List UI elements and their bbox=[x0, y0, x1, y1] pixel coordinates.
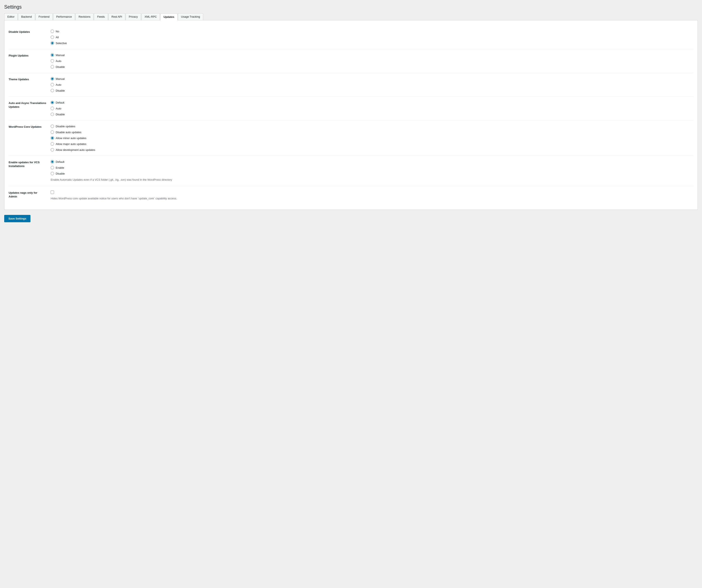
page-title: Settings bbox=[4, 4, 698, 10]
radio-input-disable-updates-all[interactable] bbox=[50, 35, 54, 39]
section-plugin-updates: Plugin UpdatesManualAutoDisable bbox=[9, 49, 693, 73]
radio-input-core-disable-auto-updates[interactable] bbox=[50, 130, 54, 134]
radio-label-plugin-updates-manual: Manual bbox=[56, 53, 65, 57]
radio-option-core-allow-dev[interactable]: Allow development auto updates bbox=[50, 148, 693, 151]
radio-option-vcs-default[interactable]: Default bbox=[50, 160, 693, 163]
tab-backend[interactable]: Backend bbox=[18, 13, 35, 20]
section-content-updates-nags: Hides WordPress core update available no… bbox=[50, 191, 693, 201]
tab-feeds[interactable]: Feeds bbox=[94, 13, 108, 20]
radio-option-plugin-updates-disable[interactable]: Disable bbox=[50, 65, 693, 69]
save-settings-button[interactable]: Save Settings bbox=[4, 215, 30, 222]
radio-label-translations-auto: Auto bbox=[56, 107, 62, 110]
section-content-translations-updates: DefaultAutoDisable bbox=[50, 101, 693, 116]
radio-label-vcs-default: Default bbox=[56, 160, 64, 163]
radio-label-theme-updates-manual: Manual bbox=[56, 77, 65, 81]
radio-input-theme-updates-auto[interactable] bbox=[50, 83, 54, 86]
radio-option-theme-updates-disable[interactable]: Disable bbox=[50, 89, 693, 92]
section-vcs-updates: Enable updates for VCS InstallationsDefa… bbox=[9, 156, 693, 186]
radio-label-core-allow-minor: Allow minor auto updates bbox=[56, 136, 86, 140]
radio-label-core-disable-updates: Disable updates bbox=[56, 125, 75, 128]
radio-input-vcs-disable[interactable] bbox=[50, 172, 54, 175]
tab-revisions[interactable]: Revisions bbox=[76, 13, 94, 20]
section-label-vcs-updates: Enable updates for VCS Installations bbox=[9, 160, 50, 182]
radio-input-translations-auto[interactable] bbox=[50, 107, 54, 110]
tab-performance[interactable]: Performance bbox=[53, 13, 75, 20]
radio-option-core-allow-minor[interactable]: Allow minor auto updates bbox=[50, 136, 693, 140]
radio-option-disable-updates-all[interactable]: All bbox=[50, 35, 693, 39]
checkbox-option-updates-nags[interactable] bbox=[50, 191, 693, 194]
section-label-theme-updates: Theme Updates bbox=[9, 77, 50, 92]
radio-label-vcs-enable: Enable bbox=[56, 166, 64, 169]
helper-text-vcs-updates: Enable Automatic Updates even if a VCS f… bbox=[50, 178, 693, 182]
section-content-vcs-updates: DefaultEnableDisableEnable Automatic Upd… bbox=[50, 160, 693, 182]
radio-input-disable-updates-selective[interactable] bbox=[50, 41, 54, 45]
radio-label-core-disable-auto-updates: Disable auto updates bbox=[56, 131, 81, 134]
section-label-translations-updates: Auto and Async Translations Updates bbox=[9, 101, 50, 116]
radio-label-theme-updates-disable: Disable bbox=[56, 89, 65, 92]
radio-input-plugin-updates-auto[interactable] bbox=[50, 59, 54, 63]
tabs-container: EditorBackendFrontendPerformanceRevision… bbox=[4, 13, 698, 20]
radio-label-disable-updates-selective: Selective bbox=[56, 41, 67, 45]
checkbox-input-updates-nags[interactable] bbox=[50, 191, 54, 194]
settings-panel: Disable UpdatesNoAllSelectivePlugin Upda… bbox=[4, 20, 698, 210]
radio-label-theme-updates-auto: Auto bbox=[56, 83, 62, 86]
radio-option-disable-updates-selective[interactable]: Selective bbox=[50, 41, 693, 45]
section-content-wp-core-updates: Disable updatesDisable auto updatesAllow… bbox=[50, 125, 693, 151]
radio-option-translations-default[interactable]: Default bbox=[50, 101, 693, 104]
tab-usage-tracking[interactable]: Usage Tracking bbox=[178, 13, 203, 20]
section-label-updates-nags: Updates nags only for Admin bbox=[9, 191, 50, 201]
radio-input-core-allow-major[interactable] bbox=[50, 142, 54, 146]
tab-privacy[interactable]: Privacy bbox=[126, 13, 141, 20]
helper-text-updates-nags: Hides WordPress core update available no… bbox=[50, 197, 693, 201]
radio-option-vcs-enable[interactable]: Enable bbox=[50, 166, 693, 169]
radio-option-theme-updates-manual[interactable]: Manual bbox=[50, 77, 693, 81]
radio-input-core-disable-updates[interactable] bbox=[50, 125, 54, 128]
radio-option-translations-disable[interactable]: Disable bbox=[50, 113, 693, 116]
section-updates-nags: Updates nags only for AdminHides WordPre… bbox=[9, 186, 693, 205]
radio-option-plugin-updates-auto[interactable]: Auto bbox=[50, 59, 693, 63]
radio-label-vcs-disable: Disable bbox=[56, 172, 65, 175]
radio-input-theme-updates-disable[interactable] bbox=[50, 89, 54, 92]
tab-rest-api[interactable]: Rest API bbox=[108, 13, 125, 20]
radio-option-vcs-disable[interactable]: Disable bbox=[50, 172, 693, 175]
section-label-plugin-updates: Plugin Updates bbox=[9, 53, 50, 69]
radio-label-plugin-updates-auto: Auto bbox=[56, 60, 62, 63]
radio-input-disable-updates-no[interactable] bbox=[50, 30, 54, 33]
radio-input-vcs-enable[interactable] bbox=[50, 166, 54, 169]
radio-input-plugin-updates-manual[interactable] bbox=[50, 53, 54, 57]
tab-frontend[interactable]: Frontend bbox=[35, 13, 53, 20]
section-translations-updates: Auto and Async Translations UpdatesDefau… bbox=[9, 97, 693, 120]
radio-option-plugin-updates-manual[interactable]: Manual bbox=[50, 53, 693, 57]
radio-label-disable-updates-no: No bbox=[56, 30, 59, 33]
section-label-disable-updates: Disable Updates bbox=[9, 30, 50, 45]
section-content-plugin-updates: ManualAutoDisable bbox=[50, 53, 693, 69]
section-wp-core-updates: WordPress Core UpdatesDisable updatesDis… bbox=[9, 120, 693, 156]
tab-xml-rpc[interactable]: XML-RPC bbox=[141, 13, 160, 20]
radio-input-translations-disable[interactable] bbox=[50, 113, 54, 116]
radio-input-translations-default[interactable] bbox=[50, 101, 54, 104]
section-label-wp-core-updates: WordPress Core Updates bbox=[9, 125, 50, 151]
radio-label-translations-disable: Disable bbox=[56, 113, 65, 116]
page-wrapper: Settings EditorBackendFrontendPerformanc… bbox=[0, 0, 702, 588]
radio-input-theme-updates-manual[interactable] bbox=[50, 77, 54, 81]
radio-label-core-allow-dev: Allow development auto updates bbox=[56, 148, 95, 151]
section-theme-updates: Theme UpdatesManualAutoDisable bbox=[9, 73, 693, 96]
radio-option-disable-updates-no[interactable]: No bbox=[50, 30, 693, 33]
radio-option-core-allow-major[interactable]: Allow major auto updates bbox=[50, 142, 693, 146]
radio-label-disable-updates-all: All bbox=[56, 36, 58, 39]
radio-label-translations-default: Default bbox=[56, 101, 64, 104]
radio-input-vcs-default[interactable] bbox=[50, 160, 54, 163]
radio-option-translations-auto[interactable]: Auto bbox=[50, 107, 693, 110]
section-content-disable-updates: NoAllSelective bbox=[50, 30, 693, 45]
radio-input-plugin-updates-disable[interactable] bbox=[50, 65, 54, 69]
radio-option-theme-updates-auto[interactable]: Auto bbox=[50, 83, 693, 86]
section-content-theme-updates: ManualAutoDisable bbox=[50, 77, 693, 92]
radio-input-core-allow-dev[interactable] bbox=[50, 148, 54, 151]
section-disable-updates: Disable UpdatesNoAllSelective bbox=[9, 25, 693, 49]
tab-editor[interactable]: Editor bbox=[4, 13, 18, 20]
radio-label-plugin-updates-disable: Disable bbox=[56, 65, 65, 69]
radio-option-core-disable-updates[interactable]: Disable updates bbox=[50, 125, 693, 128]
radio-input-core-allow-minor[interactable] bbox=[50, 136, 54, 140]
tab-updates[interactable]: Updates bbox=[160, 13, 177, 20]
radio-option-core-disable-auto-updates[interactable]: Disable auto updates bbox=[50, 130, 693, 134]
